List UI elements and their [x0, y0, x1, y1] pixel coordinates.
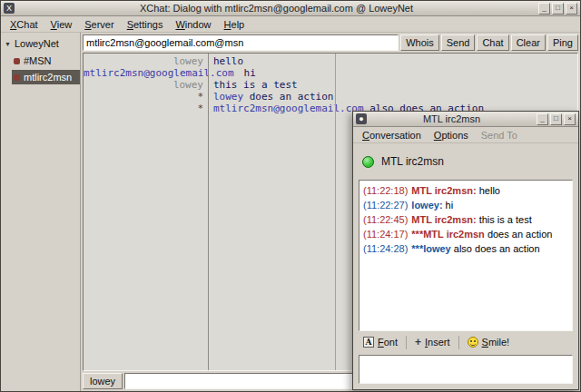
xchat-app-icon: X — [4, 3, 15, 14]
chat-message-text: this is a test — [213, 79, 298, 91]
channel-label: mtlirc2msn — [24, 72, 72, 83]
channel-icon — [14, 58, 20, 64]
im-message-row: (11:22:27)lowey: hi — [363, 198, 568, 212]
font-button-label: Font — [378, 337, 398, 348]
chat-message-text: does an action — [250, 91, 334, 103]
im-titlebar[interactable]: ● MTL irc2msn _ □ × — [353, 112, 578, 127]
toolbar-separator — [406, 336, 407, 349]
im-message-row: (11:22:18)MTL irc2msn: hello — [363, 183, 568, 198]
font-button[interactable]: A Font — [359, 335, 402, 349]
network-label: LoweyNet — [15, 38, 59, 49]
im-window: ● MTL irc2msn _ □ × Conversation Options… — [352, 111, 579, 390]
smile-button-label: Smile! — [482, 337, 510, 348]
maximize-button[interactable]: □ — [550, 113, 562, 125]
whois-button[interactable]: Whois — [400, 34, 439, 51]
im-window-title: MTL irc2msn — [369, 113, 535, 124]
chat-nick: * — [84, 103, 208, 114]
xchat-titlebar[interactable]: X XChat: Dialog with mtlirc2msn@googlema… — [1, 1, 580, 16]
channel-label: #MSN — [24, 55, 52, 66]
im-nick: ***lowey — [411, 243, 450, 254]
im-text: this is a test — [477, 214, 532, 225]
im-text: does an action — [485, 229, 553, 240]
channel-icon — [14, 74, 20, 81]
status-available-icon — [362, 156, 374, 168]
chat-message-row: mtlirc2msn@googlemail.com hi — [84, 67, 577, 79]
chat-message-row: lowey this is a test — [84, 79, 577, 91]
im-text: hi — [443, 200, 454, 211]
chat-action-actor: mtlirc2msn@googlemail.com — [213, 103, 369, 114]
chat-text: hello — [208, 55, 243, 67]
chat-message-row: lowey hello — [84, 55, 577, 67]
menu-server[interactable]: Server — [78, 17, 120, 32]
contact-name: MTL irc2msn — [381, 155, 444, 168]
im-nick: ***MTL irc2msn — [411, 229, 485, 240]
menu-view[interactable]: View — [44, 17, 79, 32]
chat-action-actor: lowey — [213, 91, 250, 103]
im-nick: MTL irc2msn: — [411, 214, 476, 225]
timestamp: (11:22:45) — [363, 214, 408, 225]
im-nick: lowey: — [411, 200, 442, 211]
minimize-button[interactable]: _ — [537, 113, 548, 125]
font-icon: A — [363, 337, 374, 348]
im-message-row: (11:24:17)***MTL irc2msn does an action — [363, 227, 568, 241]
contact-info-row: MTL irc2msn — [353, 143, 578, 180]
timestamp: (11:24:28) — [363, 243, 408, 254]
menu-send-to: Send To — [475, 128, 524, 142]
smiley-icon — [468, 337, 478, 348]
tree-item-msn[interactable]: #MSN — [12, 54, 80, 68]
toolbar-separator — [458, 336, 459, 349]
server-tree: ▼ LoweyNet #MSN mtlirc2msn — [1, 33, 81, 391]
chat-text: hi — [239, 67, 256, 79]
ping-button[interactable]: Ping — [547, 34, 578, 51]
chat-pane-divider — [335, 54, 336, 370]
chat-message-text: hi — [244, 67, 256, 79]
im-message-log: (11:22:18)MTL irc2msn: hello (11:22:27)l… — [359, 180, 573, 331]
timestamp: (11:24:17) — [363, 229, 408, 240]
screen: X XChat: Dialog with mtlirc2msn@googlema… — [0, 0, 581, 392]
im-text: hello — [477, 185, 500, 196]
chat-message-text: hello — [213, 55, 243, 67]
chat-message-row: * lowey does an action — [84, 91, 577, 103]
topic-row: Whois Send Chat Clear Ping — [81, 33, 580, 53]
menu-xchat[interactable]: XChat — [4, 17, 44, 32]
timestamp: (11:22:27) — [363, 200, 408, 211]
topic-input[interactable] — [83, 34, 399, 51]
im-toolbar: A Font + Insert Smile! — [353, 331, 578, 353]
menu-window[interactable]: Window — [169, 17, 217, 32]
chat-text: this is a test — [208, 79, 298, 91]
minimize-button[interactable]: _ — [538, 3, 550, 15]
im-app-icon: ● — [356, 113, 367, 124]
chat-button[interactable]: Chat — [477, 34, 508, 51]
insert-button[interactable]: + Insert — [410, 335, 455, 349]
menu-settings[interactable]: Settings — [121, 17, 170, 32]
im-input[interactable] — [359, 355, 573, 384]
chat-nick: mtlirc2msn@googlemail.com — [84, 67, 239, 79]
chat-nick: lowey — [84, 79, 208, 91]
menu-help[interactable]: Help — [218, 17, 251, 32]
send-button[interactable]: Send — [441, 34, 476, 51]
menu-options[interactable]: Options — [428, 128, 475, 142]
xchat-menubar: XChat View Server Settings Window Help — [1, 16, 580, 33]
nick-column-divider — [208, 54, 209, 370]
close-button[interactable]: × — [564, 113, 576, 125]
chat-text: lowey does an action — [208, 91, 333, 103]
nick-button[interactable]: lowey — [83, 373, 123, 389]
tree-item-mtlirc2msn[interactable]: mtlirc2msn — [12, 70, 80, 84]
timestamp: (11:22:18) — [363, 185, 408, 196]
expander-icon[interactable]: ▼ — [5, 41, 11, 47]
menu-conversation[interactable]: Conversation — [356, 128, 428, 142]
im-nick: MTL irc2msn: — [411, 185, 476, 196]
im-message-row: (11:24:28)***lowey also does an action — [363, 241, 568, 256]
clear-button[interactable]: Clear — [511, 34, 546, 51]
im-menubar: Conversation Options Send To — [353, 127, 578, 143]
chat-nick: * — [84, 91, 208, 103]
chat-nick: lowey — [84, 55, 208, 67]
maximize-button[interactable]: □ — [552, 3, 564, 15]
im-text: also does an action — [451, 243, 540, 254]
insert-button-label: Insert — [425, 337, 450, 348]
xchat-window-title: XChat: Dialog with mtlirc2msn@googlemail… — [16, 3, 537, 14]
im-message-row: (11:22:45)MTL irc2msn: this is a test — [363, 212, 568, 227]
smile-button[interactable]: Smile! — [463, 335, 515, 349]
tree-network-loweynet[interactable]: ▼ LoweyNet — [1, 36, 80, 52]
close-button[interactable]: × — [566, 3, 577, 15]
